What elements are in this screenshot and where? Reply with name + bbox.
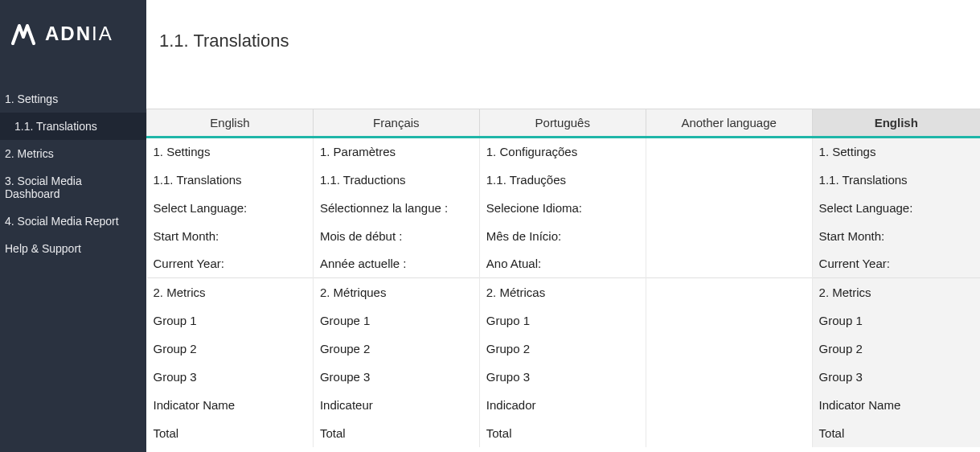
table-cell[interactable] xyxy=(646,194,812,222)
brand-name: ADNIA xyxy=(45,23,113,45)
table-row: Group 1Groupe 1Grupo 1Group 1 xyxy=(147,306,981,335)
table-cell[interactable]: 2. Métricas xyxy=(479,278,646,306)
table-cell[interactable] xyxy=(646,278,812,306)
table-cell[interactable]: Groupe 3 xyxy=(313,363,479,391)
table-row: Group 3Groupe 3Grupo 3Group 3 xyxy=(147,363,981,391)
table-row: TotalTotalTotalTotal xyxy=(147,419,981,447)
table-cell[interactable]: 2. Metrics xyxy=(812,278,980,306)
table-cell[interactable]: 1. Configurações xyxy=(479,138,646,166)
table-row: 1.1. Translations1.1. Traductions1.1. Tr… xyxy=(147,166,981,194)
sidebar-item-0[interactable]: 1. Settings xyxy=(0,85,146,113)
brand-icon xyxy=(11,23,39,45)
table-cell[interactable]: Group 1 xyxy=(147,306,314,335)
column-header[interactable]: English xyxy=(812,109,980,138)
table-cell[interactable] xyxy=(646,391,812,419)
table-cell[interactable]: Total xyxy=(812,419,980,447)
table-cell[interactable]: Select Language: xyxy=(147,194,314,222)
table-cell[interactable]: Current Year: xyxy=(147,250,314,278)
table-cell[interactable]: Group 3 xyxy=(812,363,980,391)
table-cell[interactable] xyxy=(646,250,812,278)
table-cell[interactable]: 2. Metrics xyxy=(147,278,314,306)
table-cell[interactable]: Grupo 1 xyxy=(479,306,646,335)
sidebar-nav: 1. Settings1.1. Translations2. Metrics3.… xyxy=(0,85,146,262)
table-cell[interactable]: Indicador xyxy=(479,391,646,419)
table-cell[interactable]: Indicator Name xyxy=(812,391,980,419)
page-title: 1.1. Translations xyxy=(146,0,980,109)
table-cell[interactable]: Ano Atual: xyxy=(479,250,646,278)
table-row: Indicator NameIndicateurIndicadorIndicat… xyxy=(147,391,981,419)
table-row: 1. Settings1. Paramètres1. Configurações… xyxy=(147,138,981,166)
table-cell[interactable]: Group 2 xyxy=(147,335,314,363)
table-cell[interactable] xyxy=(646,363,812,391)
table-body: 1. Settings1. Paramètres1. Configurações… xyxy=(147,138,981,447)
sidebar-item-2[interactable]: 2. Metrics xyxy=(0,140,146,167)
table-cell[interactable] xyxy=(646,166,812,194)
table-cell[interactable]: 1. Paramètres xyxy=(313,138,479,166)
table-cell[interactable]: 1.1. Traductions xyxy=(313,166,479,194)
table-cell[interactable]: Current Year: xyxy=(812,250,980,278)
main-content: 1.1. Translations EnglishFrançaisPortugu… xyxy=(146,0,980,452)
sidebar-item-4[interactable]: 4. Social Media Report xyxy=(0,208,146,235)
table-cell[interactable]: Group 3 xyxy=(147,363,314,391)
table-cell[interactable]: Select Language: xyxy=(812,194,980,222)
table-cell[interactable]: Total xyxy=(147,419,314,447)
table-row: 2. Metrics2. Métriques2. Métricas2. Metr… xyxy=(147,278,981,306)
table-header-row: EnglishFrançaisPortuguêsAnother language… xyxy=(147,109,981,138)
table-cell[interactable]: Groupe 2 xyxy=(313,335,479,363)
sidebar-item-3[interactable]: 3. Social Media Dashboard xyxy=(0,167,146,208)
table-cell[interactable]: 1.1. Traduções xyxy=(479,166,646,194)
table-row: Select Language:Sélectionnez la langue :… xyxy=(147,194,981,222)
sidebar-item-5[interactable]: Help & Support xyxy=(0,235,146,262)
table-cell[interactable] xyxy=(646,335,812,363)
table-row: Current Year:Année actuelle :Ano Atual:C… xyxy=(147,250,981,278)
table-cell[interactable]: Group 2 xyxy=(812,335,980,363)
column-header[interactable]: Português xyxy=(479,109,646,138)
sidebar-item-1[interactable]: 1.1. Translations xyxy=(0,113,146,140)
column-header[interactable]: English xyxy=(147,109,314,138)
table-cell[interactable] xyxy=(646,419,812,447)
table-cell[interactable]: 1.1. Translations xyxy=(812,166,980,194)
table-cell[interactable]: 1. Settings xyxy=(147,138,314,166)
column-header[interactable]: Français xyxy=(313,109,479,138)
table-cell[interactable]: Sélectionnez la langue : xyxy=(313,194,479,222)
table-cell[interactable]: Indicateur xyxy=(313,391,479,419)
table-cell[interactable]: Total xyxy=(313,419,479,447)
table-cell[interactable]: Total xyxy=(479,419,646,447)
table-cell[interactable]: Group 1 xyxy=(812,306,980,335)
translations-table: EnglishFrançaisPortuguêsAnother language… xyxy=(146,109,980,447)
table-cell[interactable]: Groupe 1 xyxy=(313,306,479,335)
table-cell[interactable] xyxy=(646,306,812,335)
table-cell[interactable]: Mês de Início: xyxy=(479,222,646,250)
table-cell[interactable]: Grupo 3 xyxy=(479,363,646,391)
table-cell[interactable] xyxy=(646,222,812,250)
brand-logo: ADNIA xyxy=(0,14,146,85)
table-cell[interactable]: 1. Settings xyxy=(812,138,980,166)
table-cell[interactable]: Mois de début : xyxy=(313,222,479,250)
table-cell[interactable]: 2. Métriques xyxy=(313,278,479,306)
table-cell[interactable]: 1.1. Translations xyxy=(147,166,314,194)
table-cell[interactable] xyxy=(646,138,812,166)
table-cell[interactable]: Grupo 2 xyxy=(479,335,646,363)
table-row: Group 2Groupe 2Grupo 2Group 2 xyxy=(147,335,981,363)
table-cell[interactable]: Selecione Idioma: xyxy=(479,194,646,222)
table-cell[interactable]: Année actuelle : xyxy=(313,250,479,278)
table-cell[interactable]: Start Month: xyxy=(147,222,314,250)
translations-table-wrap: EnglishFrançaisPortuguêsAnother language… xyxy=(146,109,980,452)
table-cell[interactable]: Indicator Name xyxy=(147,391,314,419)
table-cell[interactable]: Start Month: xyxy=(812,222,980,250)
sidebar: ADNIA 1. Settings1.1. Translations2. Met… xyxy=(0,0,146,452)
table-row: Start Month:Mois de début :Mês de Início… xyxy=(147,222,981,250)
column-header[interactable]: Another language xyxy=(646,109,812,138)
